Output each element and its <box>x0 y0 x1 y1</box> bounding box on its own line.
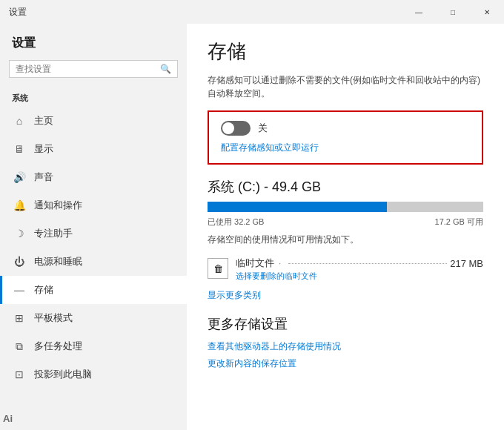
search-input[interactable] <box>16 64 160 74</box>
storage-bar-used <box>208 202 387 212</box>
storage-used-label: 已使用 32.2 GB <box>208 216 264 228</box>
tablet-icon: ⊞ <box>12 312 27 324</box>
sidebar-item-label-power: 电源和睡眠 <box>34 255 175 268</box>
storage-sense-toggle-box: 关 配置存储感知或立即运行 <box>208 110 483 165</box>
sidebar-item-multitask[interactable]: ⧉ 多任务处理 <box>0 332 187 360</box>
sidebar-item-sound[interactable]: 🔊 声音 <box>0 163 187 191</box>
sidebar-item-home[interactable]: ⌂ 主页 <box>0 107 187 135</box>
notifications-icon: 🔔 <box>12 199 27 211</box>
change-save-location-link[interactable]: 更改新内容的保存位置 <box>208 357 483 370</box>
sidebar-item-label-home: 主页 <box>34 114 175 128</box>
sidebar-item-project[interactable]: ⊡ 投影到此电脑 <box>0 360 187 388</box>
trash-icon-char: 🗑 <box>213 263 223 274</box>
page-title: 存储 <box>208 39 483 64</box>
sidebar-section-label: 系统 <box>0 87 187 107</box>
title-bar-text: 设置 <box>9 6 27 19</box>
temp-file-name-row: 临时文件 · 217 MB <box>236 257 483 270</box>
search-box[interactable]: 🔍 <box>9 60 178 78</box>
show-more-categories-link[interactable]: 显示更多类别 <box>208 289 483 302</box>
trash-icon: 🗑 <box>208 258 228 279</box>
storage-sense-description: 存储感知可以通过删除不需要的文件(例如临时文件和回收站中的内容)自动释放空间。 <box>208 73 483 100</box>
sidebar-item-power[interactable]: ⏻ 电源和睡眠 <box>0 248 187 276</box>
settings-window: 设置 — □ ✕ 设置 🔍 系统 ⌂ 主页 🖥 显示 <box>0 0 504 430</box>
home-icon: ⌂ <box>12 115 27 127</box>
toggle-row: 关 <box>221 121 470 136</box>
more-storage-title: 更多存储设置 <box>208 315 483 333</box>
temp-file-name: 临时文件 <box>236 257 274 270</box>
main-content: 存储 存储感知可以通过删除不需要的文件(例如临时文件和回收站中的内容)自动释放空… <box>187 24 504 430</box>
minimize-button[interactable]: — <box>402 0 436 24</box>
sidebar: 设置 🔍 系统 ⌂ 主页 🖥 显示 🔊 声音 🔔 通知和操作 <box>0 24 187 430</box>
close-button[interactable]: ✕ <box>470 0 504 24</box>
title-bar: 设置 — □ ✕ <box>0 0 504 24</box>
sidebar-item-notifications[interactable]: 🔔 通知和操作 <box>0 191 187 219</box>
sidebar-item-label-notifications: 通知和操作 <box>34 199 175 212</box>
drive-title: 系统 (C:) - 49.4 GB <box>208 178 483 196</box>
sidebar-item-label-storage: 存储 <box>34 283 175 297</box>
storage-desc: 存储空间的使用情况和可用情况如下。 <box>208 234 483 246</box>
temp-file-info: 临时文件 · 217 MB 选择要删除的临时文件 <box>236 257 483 282</box>
sidebar-header: 设置 <box>0 30 187 60</box>
storage-bar-labels: 已使用 32.2 GB 17.2 GB 可用 <box>208 216 483 228</box>
title-bar-controls: — □ ✕ <box>402 0 504 24</box>
sidebar-item-storage[interactable]: — 存储 <box>0 276 187 304</box>
sidebar-item-focus[interactable]: ☽ 专注助手 <box>0 219 187 248</box>
maximize-button[interactable]: □ <box>436 0 470 24</box>
toggle-knob <box>222 122 234 134</box>
display-icon: 🖥 <box>12 143 27 155</box>
power-icon: ⏻ <box>12 256 27 268</box>
sidebar-item-display[interactable]: 🖥 显示 <box>0 135 187 163</box>
sound-icon: 🔊 <box>12 171 27 183</box>
sidebar-item-label-display: 显示 <box>34 142 175 156</box>
user-initials: Ai <box>3 413 13 424</box>
search-icon: 🔍 <box>160 64 171 74</box>
toggle-state-label: 关 <box>258 122 268 135</box>
view-other-drives-link[interactable]: 查看其他驱动器上的存储使用情况 <box>208 340 483 353</box>
configure-storage-sense-link[interactable]: 配置存储感知或立即运行 <box>221 142 319 153</box>
focus-icon: ☽ <box>12 228 27 239</box>
sidebar-item-label-tablet: 平板模式 <box>34 311 175 325</box>
storage-bar <box>208 202 483 212</box>
multitask-icon: ⧉ <box>12 340 27 353</box>
temp-files-row: 🗑 临时文件 · 217 MB 选择要删除的临时文件 <box>208 257 483 282</box>
temp-file-size: 217 MB <box>450 258 483 269</box>
storage-free-label: 17.2 GB 可用 <box>435 216 483 228</box>
temp-file-dotted-line <box>288 263 447 264</box>
sidebar-item-tablet[interactable]: ⊞ 平板模式 <box>0 304 187 332</box>
sidebar-item-label-project: 投影到此电脑 <box>34 368 175 381</box>
storage-sense-toggle[interactable] <box>221 121 251 136</box>
storage-icon: — <box>12 284 27 296</box>
sidebar-item-label-sound: 声音 <box>34 171 175 184</box>
temp-file-select-link[interactable]: 选择要删除的临时文件 <box>236 271 317 280</box>
project-icon: ⊡ <box>12 368 27 380</box>
content-area: 设置 🔍 系统 ⌂ 主页 🖥 显示 🔊 声音 🔔 通知和操作 <box>0 24 504 430</box>
sidebar-item-label-multitask: 多任务处理 <box>34 340 175 353</box>
sidebar-item-label-focus: 专注助手 <box>34 227 175 240</box>
temp-file-dots: · <box>279 258 281 268</box>
